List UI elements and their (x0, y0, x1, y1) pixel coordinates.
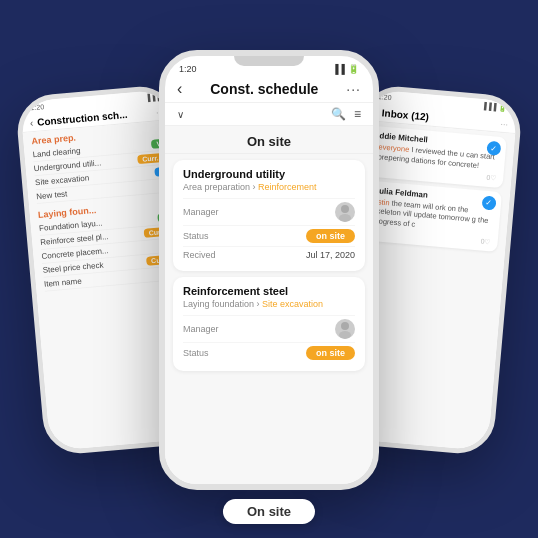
left-section-1: Area prep. Land clearing V Underground u… (23, 120, 179, 207)
breadcrumb-link: Site excavation (262, 299, 323, 309)
center-phone: 1:20 ▐▐ 🔋 ‹ Const. schedule ··· ∨ 🔍 ≡ On… (159, 50, 379, 490)
sub-icons: 🔍 ≡ (331, 107, 361, 121)
section-title: On site (165, 126, 373, 154)
bottom-label: On site (223, 499, 315, 524)
status-label: Status (183, 348, 209, 358)
work-item-breadcrumb: Area preparation › Reinforcement (183, 182, 355, 192)
page-title: Const. schedule (182, 81, 346, 97)
more-button[interactable]: ··· (346, 81, 361, 97)
svg-point-3 (339, 331, 351, 339)
received-date: Jul 17, 2020 (306, 250, 355, 260)
notch (234, 56, 304, 66)
message-item: ✓ ddie Mitchell everyone I reviewed the … (369, 126, 507, 188)
breadcrumb-link: Reinforcement (258, 182, 317, 192)
bottom-label-container: On site (223, 502, 315, 520)
received-label: Recived (183, 250, 216, 260)
svg-point-1 (339, 214, 351, 222)
status-badge: on site (306, 346, 355, 360)
status-row: Status on site (183, 342, 355, 363)
status-row: Status on site (183, 225, 355, 246)
received-row: Recived Jul 17, 2020 (183, 246, 355, 263)
right-time: 1:20 (378, 93, 392, 102)
center-header: ‹ Const. schedule ··· (165, 76, 373, 103)
right-more-icon[interactable]: ··· (500, 118, 508, 129)
manager-row: Manager (183, 198, 355, 225)
filter-icon[interactable]: ≡ (354, 107, 361, 121)
avatar (335, 319, 355, 339)
manager-label: Manager (183, 207, 219, 217)
wifi-icon: ▐▐ (332, 64, 345, 74)
search-icon[interactable]: 🔍 (331, 107, 346, 121)
main-content: Underground utility Area preparation › R… (165, 154, 373, 484)
status-label: Status (183, 231, 209, 241)
svg-point-2 (341, 322, 349, 330)
battery-icon: 🔋 (348, 64, 359, 74)
work-item-title: Reinforcement steel (183, 285, 355, 297)
time: 1:20 (179, 64, 197, 74)
left-time: 1:20 (30, 103, 44, 111)
status-badge: on site (306, 229, 355, 243)
work-item-1: Underground utility Area preparation › R… (173, 160, 365, 271)
svg-point-0 (341, 205, 349, 213)
dropdown-button[interactable]: ∨ (177, 109, 184, 120)
work-item-title: Underground utility (183, 168, 355, 180)
work-item-2: Reinforcement steel Laying foundation › … (173, 277, 365, 371)
status-icons: ▐▐ 🔋 (332, 64, 359, 74)
avatar (335, 202, 355, 222)
message-item: ✓ Julia Feldman ustin the team will ork … (363, 180, 502, 252)
manager-label: Manager (183, 324, 219, 334)
manager-row: Manager (183, 315, 355, 342)
work-item-breadcrumb: Laying foundation › Site excavation (183, 299, 355, 309)
check-icon: ✓ (486, 141, 501, 156)
sub-header: ∨ 🔍 ≡ (165, 103, 373, 126)
left-back-icon[interactable]: ‹ (29, 117, 33, 128)
right-signal: ▐▐▐ 🔋 (481, 102, 507, 112)
dropdown-chevron: ∨ (177, 109, 184, 120)
